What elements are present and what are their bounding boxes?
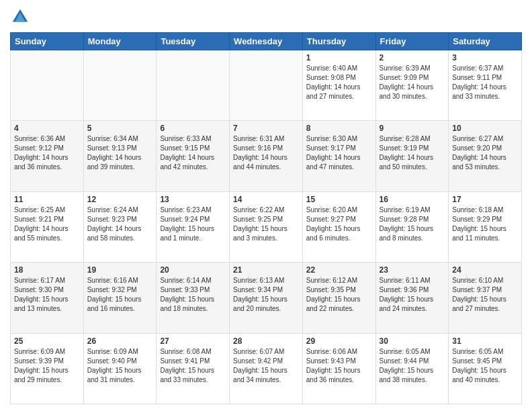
day-info: Sunrise: 6:07 AMSunset: 9:42 PMDaylight:… (233, 347, 299, 385)
day-info: Sunrise: 6:08 AMSunset: 9:41 PMDaylight:… (160, 347, 226, 385)
day-info: Sunrise: 6:09 AMSunset: 9:39 PMDaylight:… (14, 347, 80, 385)
day-info: Sunrise: 6:13 AMSunset: 9:34 PMDaylight:… (233, 276, 299, 314)
day-cell: 4Sunrise: 6:36 AMSunset: 9:12 PMDaylight… (11, 121, 84, 191)
day-number: 29 (306, 336, 372, 346)
day-info: Sunrise: 6:16 AMSunset: 9:32 PMDaylight:… (87, 276, 153, 314)
day-cell: 6Sunrise: 6:33 AMSunset: 9:15 PMDaylight… (157, 121, 230, 191)
day-number: 30 (380, 336, 445, 346)
day-cell (11, 50, 84, 121)
day-number: 15 (306, 195, 372, 204)
day-info: Sunrise: 6:14 AMSunset: 9:33 PMDaylight:… (160, 276, 226, 314)
day-info: Sunrise: 6:19 AMSunset: 9:28 PMDaylight:… (380, 205, 445, 243)
day-number: 6 (160, 124, 226, 133)
day-cell: 3Sunrise: 6:37 AMSunset: 9:11 PMDaylight… (449, 50, 522, 121)
header (10, 7, 522, 27)
day-cell: 18Sunrise: 6:17 AMSunset: 9:30 PMDayligh… (11, 263, 84, 333)
day-info: Sunrise: 6:11 AMSunset: 9:36 PMDaylight:… (380, 276, 445, 314)
day-cell: 24Sunrise: 6:10 AMSunset: 9:37 PMDayligh… (449, 263, 522, 333)
day-cell: 20Sunrise: 6:14 AMSunset: 9:33 PMDayligh… (157, 263, 230, 333)
day-info: Sunrise: 6:09 AMSunset: 9:40 PMDaylight:… (87, 347, 153, 385)
day-info: Sunrise: 6:30 AMSunset: 9:17 PMDaylight:… (306, 134, 372, 172)
day-number: 2 (380, 53, 445, 62)
day-info: Sunrise: 6:05 AMSunset: 9:45 PMDaylight:… (452, 347, 518, 385)
day-header-wednesday: Wednesday (230, 33, 303, 50)
week-row-1: 1Sunrise: 6:40 AMSunset: 9:08 PMDaylight… (11, 50, 522, 121)
day-cell: 19Sunrise: 6:16 AMSunset: 9:32 PMDayligh… (83, 263, 157, 333)
day-info: Sunrise: 6:31 AMSunset: 9:16 PMDaylight:… (233, 134, 299, 172)
day-info: Sunrise: 6:17 AMSunset: 9:30 PMDaylight:… (14, 276, 80, 314)
day-cell: 2Sunrise: 6:39 AMSunset: 9:09 PMDaylight… (375, 50, 449, 121)
day-number: 28 (233, 336, 299, 346)
day-number: 19 (87, 265, 153, 275)
day-number: 26 (87, 336, 153, 346)
day-cell: 14Sunrise: 6:22 AMSunset: 9:25 PMDayligh… (230, 191, 303, 262)
day-cell: 25Sunrise: 6:09 AMSunset: 9:39 PMDayligh… (11, 333, 84, 404)
day-number: 14 (233, 195, 299, 204)
day-number: 24 (452, 265, 518, 275)
day-info: Sunrise: 6:23 AMSunset: 9:24 PMDaylight:… (160, 205, 226, 243)
page: SundayMondayTuesdayWednesdayThursdayFrid… (0, 0, 532, 411)
day-info: Sunrise: 6:05 AMSunset: 9:44 PMDaylight:… (380, 347, 445, 385)
day-header-sunday: Sunday (11, 33, 84, 50)
day-cell: 7Sunrise: 6:31 AMSunset: 9:16 PMDaylight… (230, 121, 303, 191)
day-info: Sunrise: 6:40 AMSunset: 9:08 PMDaylight:… (306, 64, 372, 101)
day-info: Sunrise: 6:33 AMSunset: 9:15 PMDaylight:… (160, 134, 226, 172)
day-number: 3 (452, 53, 518, 62)
day-header-saturday: Saturday (449, 33, 522, 50)
day-info: Sunrise: 6:24 AMSunset: 9:23 PMDaylight:… (87, 205, 153, 243)
day-cell (157, 50, 230, 121)
calendar: SundayMondayTuesdayWednesdayThursdayFrid… (10, 32, 522, 404)
day-cell: 30Sunrise: 6:05 AMSunset: 9:44 PMDayligh… (375, 333, 449, 404)
day-number: 22 (306, 265, 372, 275)
day-number: 9 (380, 124, 445, 133)
day-cell: 13Sunrise: 6:23 AMSunset: 9:24 PMDayligh… (157, 191, 230, 262)
day-number: 27 (160, 336, 226, 346)
day-number: 16 (380, 195, 445, 204)
week-row-2: 4Sunrise: 6:36 AMSunset: 9:12 PMDaylight… (11, 121, 522, 191)
day-info: Sunrise: 6:20 AMSunset: 9:27 PMDaylight:… (306, 205, 372, 243)
day-cell: 1Sunrise: 6:40 AMSunset: 9:08 PMDaylight… (302, 50, 375, 121)
day-info: Sunrise: 6:27 AMSunset: 9:20 PMDaylight:… (452, 134, 518, 172)
week-row-5: 25Sunrise: 6:09 AMSunset: 9:39 PMDayligh… (11, 333, 522, 404)
day-cell: 22Sunrise: 6:12 AMSunset: 9:35 PMDayligh… (302, 263, 375, 333)
day-cell: 11Sunrise: 6:25 AMSunset: 9:21 PMDayligh… (11, 191, 84, 262)
week-row-4: 18Sunrise: 6:17 AMSunset: 9:30 PMDayligh… (11, 263, 522, 333)
day-info: Sunrise: 6:06 AMSunset: 9:43 PMDaylight:… (306, 347, 372, 385)
calendar-header-row: SundayMondayTuesdayWednesdayThursdayFrid… (11, 33, 522, 50)
day-cell: 10Sunrise: 6:27 AMSunset: 9:20 PMDayligh… (449, 121, 522, 191)
day-cell: 26Sunrise: 6:09 AMSunset: 9:40 PMDayligh… (83, 333, 157, 404)
day-cell: 28Sunrise: 6:07 AMSunset: 9:42 PMDayligh… (230, 333, 303, 404)
day-number: 1 (306, 53, 372, 62)
day-number: 4 (14, 124, 80, 133)
day-number: 12 (87, 195, 153, 204)
day-info: Sunrise: 6:39 AMSunset: 9:09 PMDaylight:… (380, 64, 445, 101)
day-number: 23 (380, 265, 445, 275)
day-cell: 12Sunrise: 6:24 AMSunset: 9:23 PMDayligh… (83, 191, 157, 262)
day-info: Sunrise: 6:36 AMSunset: 9:12 PMDaylight:… (14, 134, 80, 172)
day-info: Sunrise: 6:37 AMSunset: 9:11 PMDaylight:… (452, 64, 518, 101)
day-cell: 9Sunrise: 6:28 AMSunset: 9:19 PMDaylight… (375, 121, 449, 191)
day-info: Sunrise: 6:28 AMSunset: 9:19 PMDaylight:… (380, 134, 445, 172)
day-number: 31 (452, 336, 518, 346)
day-info: Sunrise: 6:12 AMSunset: 9:35 PMDaylight:… (306, 276, 372, 314)
day-info: Sunrise: 6:18 AMSunset: 9:29 PMDaylight:… (452, 205, 518, 243)
logo (10, 7, 33, 27)
day-number: 8 (306, 124, 372, 133)
day-cell: 15Sunrise: 6:20 AMSunset: 9:27 PMDayligh… (302, 191, 375, 262)
day-info: Sunrise: 6:22 AMSunset: 9:25 PMDaylight:… (233, 205, 299, 243)
day-cell: 27Sunrise: 6:08 AMSunset: 9:41 PMDayligh… (157, 333, 230, 404)
day-header-thursday: Thursday (302, 33, 375, 50)
day-cell: 8Sunrise: 6:30 AMSunset: 9:17 PMDaylight… (302, 121, 375, 191)
day-number: 25 (14, 336, 80, 346)
day-number: 13 (160, 195, 226, 204)
day-cell: 23Sunrise: 6:11 AMSunset: 9:36 PMDayligh… (375, 263, 449, 333)
day-header-tuesday: Tuesday (157, 33, 230, 50)
day-number: 18 (14, 265, 80, 275)
day-cell: 31Sunrise: 6:05 AMSunset: 9:45 PMDayligh… (449, 333, 522, 404)
logo-icon (10, 7, 30, 27)
day-header-monday: Monday (83, 33, 157, 50)
day-cell: 21Sunrise: 6:13 AMSunset: 9:34 PMDayligh… (230, 263, 303, 333)
day-number: 10 (452, 124, 518, 133)
day-cell: 16Sunrise: 6:19 AMSunset: 9:28 PMDayligh… (375, 191, 449, 262)
day-cell (83, 50, 157, 121)
